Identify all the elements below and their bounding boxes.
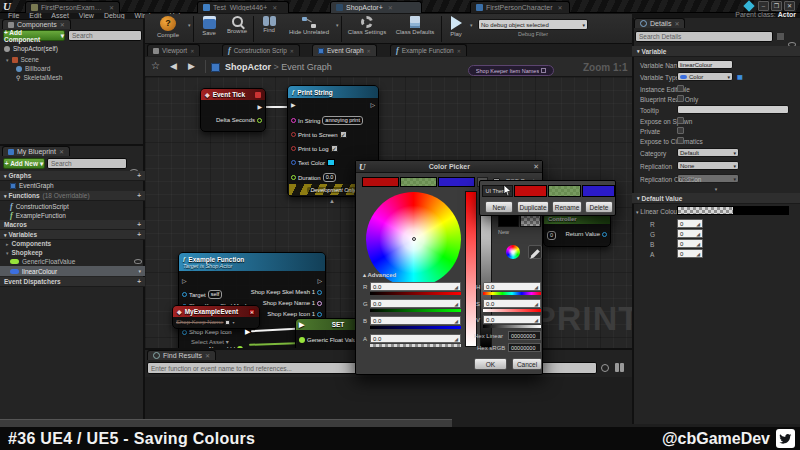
ok-button[interactable]: OK bbox=[474, 358, 507, 370]
eventgraph-row[interactable]: EventGraph bbox=[10, 182, 54, 189]
save-button[interactable]: Save bbox=[196, 16, 222, 36]
text-color-pin[interactable]: Text Color bbox=[291, 159, 335, 166]
theme-item-red[interactable] bbox=[514, 185, 547, 197]
class-settings-button[interactable]: Class Settings bbox=[344, 16, 390, 35]
exec-in-pin[interactable]: ▶ bbox=[299, 321, 304, 328]
breadcrumb-root[interactable]: ShopActor bbox=[225, 62, 271, 72]
details-search-input[interactable] bbox=[635, 31, 773, 42]
variables-section-header[interactable]: ▾Variables+ bbox=[0, 230, 145, 240]
chevron-down-icon[interactable]: ▾ bbox=[138, 268, 141, 274]
scene-row[interactable]: ▾ Scene bbox=[6, 56, 39, 63]
functions-section-header[interactable]: ▾Functions (18 Overridable) + bbox=[0, 191, 145, 201]
menu-debug[interactable]: Debug bbox=[104, 12, 125, 19]
bookmark-star-icon[interactable]: ☆ bbox=[151, 60, 160, 71]
name-out-pin[interactable]: Shop Keep Name 1 bbox=[263, 300, 322, 306]
r-slider[interactable]: 0.0◢ bbox=[370, 282, 461, 291]
binoculars-icon-button[interactable] bbox=[615, 363, 624, 372]
maximize-button[interactable]: ❐ bbox=[771, 1, 782, 11]
ui-theme-dropdown-panel[interactable]: UI Theme New Duplicate Rename Delete bbox=[479, 180, 616, 216]
delta-seconds-pin[interactable]: Delta Seconds bbox=[216, 117, 262, 123]
advanced-section-toggle[interactable]: ▴ Advanced bbox=[363, 271, 396, 278]
billboard-row[interactable]: Billboard bbox=[16, 65, 50, 72]
private-checkbox[interactable] bbox=[677, 127, 684, 134]
parent-class-link[interactable]: Actor bbox=[778, 11, 796, 18]
menu-file[interactable]: File bbox=[8, 12, 19, 19]
g-slider[interactable]: 0.0◢ bbox=[370, 299, 461, 308]
shopkeep-row[interactable]: ▾ Shopkeep bbox=[6, 249, 43, 256]
skeletalmesh-row[interactable]: ⚲ SkeletalMesh bbox=[16, 74, 62, 81]
h-slider[interactable]: 0.0◢ bbox=[483, 282, 541, 291]
breadcrumb-leaf[interactable]: Event Graph bbox=[281, 62, 332, 72]
add-macro-button[interactable]: + bbox=[137, 221, 141, 228]
icon-out-pin[interactable]: Shop Keep Icon 1 bbox=[267, 311, 322, 317]
graphs-section-header[interactable]: ▾Graphs+ bbox=[0, 171, 145, 181]
node-event-tick[interactable]: ◆ Event Tick ▶ Delta Seconds bbox=[200, 88, 266, 132]
blueprint-read-only-checkbox[interactable] bbox=[677, 95, 684, 102]
skel-mesh-out-pin[interactable]: Shop Keep Skel Mesh 1 bbox=[251, 289, 322, 295]
text-color-swatch[interactable] bbox=[327, 159, 335, 166]
a-field[interactable]: 0◢ bbox=[677, 249, 703, 258]
print-to-log-checkbox[interactable]: ✓ bbox=[331, 145, 338, 152]
variable-name-field[interactable]: linearColour bbox=[677, 60, 733, 69]
variable-section-header[interactable]: ▾Variable bbox=[632, 46, 800, 57]
variables-components-row[interactable]: ▸ Components bbox=[6, 240, 51, 247]
theme-swatch-green[interactable] bbox=[400, 177, 437, 187]
exec-out-pin[interactable]: ▶ bbox=[245, 328, 250, 335]
exec-in-pin[interactable]: ▷ bbox=[182, 278, 187, 285]
s-slider[interactable]: 0.0◢ bbox=[483, 299, 541, 308]
print-to-screen-checkbox[interactable]: ✓ bbox=[340, 131, 347, 138]
a-slider[interactable]: 0.0◢ bbox=[370, 334, 461, 343]
nav-back-icon[interactable]: ◀ bbox=[170, 61, 177, 71]
in-string-value[interactable]: annoying print bbox=[322, 116, 363, 125]
cancel-button[interactable]: Cancel bbox=[512, 358, 542, 370]
menu-edit[interactable]: Edit bbox=[29, 12, 41, 19]
find-results-tab[interactable]: Find Results✕ bbox=[147, 350, 216, 360]
compile-button[interactable]: ? Compile bbox=[149, 16, 187, 38]
examplefunction-row[interactable]: f ExampleFunction bbox=[10, 211, 66, 220]
add-function-button[interactable]: + bbox=[137, 192, 141, 199]
variable-linearcolour-row[interactable]: linearColour ▾ bbox=[0, 266, 145, 276]
minimize-button[interactable]: – bbox=[758, 1, 769, 11]
wheel-mode-icon[interactable] bbox=[506, 245, 520, 259]
replication-dropdown[interactable]: None▾ bbox=[677, 161, 739, 170]
b-slider[interactable]: 0.0◢ bbox=[370, 316, 461, 325]
container-type-icon[interactable]: ▦ bbox=[737, 73, 743, 80]
checkbox-icon[interactable] bbox=[225, 320, 230, 325]
hex-linear-field[interactable]: 00000000 bbox=[508, 331, 541, 340]
components-search-input[interactable] bbox=[68, 30, 142, 41]
category-dropdown[interactable]: Default▾ bbox=[677, 148, 739, 157]
theme-item-blue[interactable] bbox=[582, 185, 615, 197]
exec-out-pin[interactable]: ▶ bbox=[257, 104, 262, 111]
add-variable-button[interactable]: + bbox=[137, 231, 141, 238]
macros-section-header[interactable]: Macros+ bbox=[0, 220, 145, 230]
node-controller[interactable]: Controller 0 Return Value bbox=[543, 213, 611, 247]
print-to-screen-pin[interactable]: Print to Screen ✓ bbox=[291, 131, 347, 138]
exec-out-pin[interactable]: ▷ bbox=[370, 102, 375, 109]
event-dispatchers-section-header[interactable]: Event Dispatchers+ bbox=[0, 277, 145, 287]
hex-srgb-field[interactable]: 00000000 bbox=[508, 343, 541, 352]
theme-swatch-red[interactable] bbox=[362, 177, 399, 187]
components-panel-tab[interactable]: Components✕ bbox=[2, 19, 71, 29]
doc-tab-firstpersoncharacter[interactable]: FirstPersonCharacter✕ bbox=[470, 1, 570, 13]
node-my-example-event[interactable]: ◆ MyExampleEvent ✕ Shop Keep Name ▾ bbox=[172, 305, 260, 329]
section-expander[interactable]: ▾ bbox=[632, 186, 800, 192]
expose-to-cinematics-checkbox[interactable] bbox=[677, 137, 684, 144]
theme-item-green[interactable] bbox=[548, 185, 581, 197]
duration-pin[interactable]: Duration 0.0 bbox=[291, 173, 336, 182]
saturation-slider[interactable] bbox=[465, 191, 477, 347]
variable-type-dropdown[interactable]: Color ▾ bbox=[677, 72, 733, 81]
tab-event-graph[interactable]: Event Graph✕ bbox=[312, 44, 377, 56]
add-graph-button[interactable]: + bbox=[137, 172, 141, 179]
play-button[interactable]: Play bbox=[444, 16, 468, 37]
tab-construction-script[interactable]: f Construction Scrip✕ bbox=[222, 44, 300, 56]
eye-icon[interactable] bbox=[134, 259, 142, 264]
print-to-log-pin[interactable]: Print to Log ✓ bbox=[291, 145, 338, 152]
theme-swatch-blue[interactable] bbox=[438, 177, 475, 187]
compile-dropdown-arrow[interactable]: ▾ bbox=[188, 22, 191, 28]
select-asset-dropdown[interactable]: Select Asset ▾ bbox=[191, 338, 229, 345]
target-pin[interactable]: Target self bbox=[182, 290, 222, 299]
play-dropdown-arrow[interactable]: ▾ bbox=[470, 22, 473, 28]
r-field[interactable]: 0◢ bbox=[677, 219, 703, 228]
tab-example-function[interactable]: f Example Function✕ bbox=[390, 44, 467, 56]
hide-unrelated-button[interactable]: Hide Unrelated bbox=[284, 16, 334, 35]
